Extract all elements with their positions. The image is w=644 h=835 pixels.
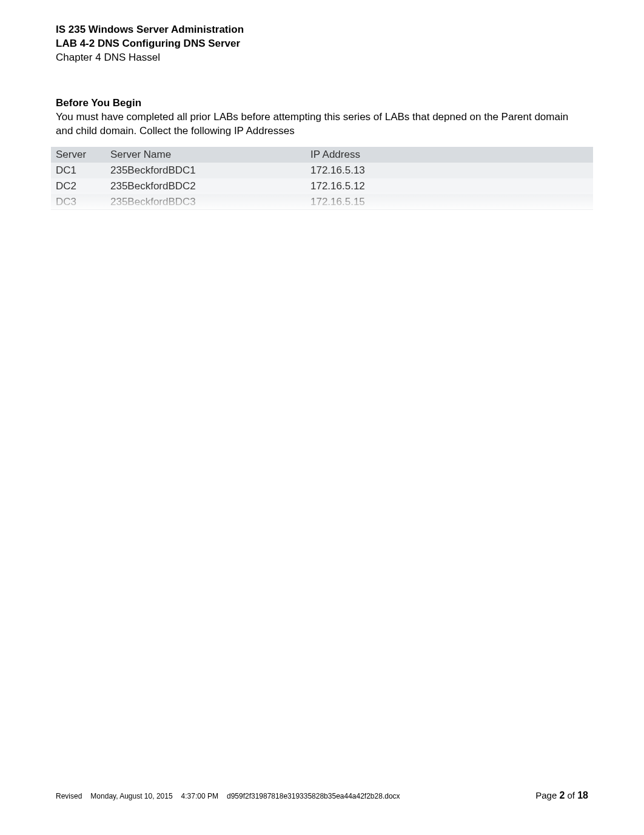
cell-ip: 172.16.5.12: [306, 178, 593, 194]
cell-name: 235BeckfordBDC1: [106, 163, 306, 178]
lab-title: LAB 4-2 DNS Configuring DNS Server: [56, 37, 588, 51]
filename: d959f2f31987818e319335828b35ea44a42f2b28…: [227, 792, 400, 800]
cell-ip: 172.16.5.15: [306, 194, 593, 210]
page-total: 18: [577, 790, 588, 800]
table-row: DC1 235BeckfordBDC1 172.16.5.13: [51, 163, 593, 178]
col-header-server: Server: [51, 147, 106, 163]
col-header-name: Server Name: [106, 147, 306, 163]
cell-ip: 172.16.5.13: [306, 163, 593, 178]
revised-label: Revised: [56, 792, 82, 800]
cell-name: 235BeckfordBDC2: [106, 178, 306, 194]
section-heading: Before You Begin: [56, 96, 588, 110]
table-row: DC3 235BeckfordBDC3 172.16.5.15: [51, 194, 593, 210]
table-header-row: Server Server Name IP Address: [51, 147, 593, 163]
course-title: IS 235 Windows Server Administration: [56, 23, 588, 37]
cell-server: DC1: [51, 163, 106, 178]
page-label-prefix: Page: [535, 790, 559, 800]
page-of: of: [565, 790, 577, 800]
page-current: 2: [559, 790, 565, 800]
chapter-title: Chapter 4 DNS Hassel: [56, 51, 588, 65]
cell-server: DC3: [51, 194, 106, 210]
revised-time: 4:37:00 PM: [181, 792, 218, 800]
revised-date: Monday, August 10, 2015: [90, 792, 172, 800]
cell-name: 235BeckfordBDC3: [106, 194, 306, 210]
col-header-ip: IP Address: [306, 147, 593, 163]
cell-server: DC2: [51, 178, 106, 194]
table-row: DC2 235BeckfordBDC2 172.16.5.12: [51, 178, 593, 194]
footer-left: Revised Monday, August 10, 2015 4:37:00 …: [56, 792, 400, 800]
server-table: Server Server Name IP Address DC1 235Bec…: [51, 147, 593, 210]
section-body: You must have completed all prior LABs b…: [56, 110, 588, 138]
page-footer: Revised Monday, August 10, 2015 4:37:00 …: [0, 790, 644, 801]
page-indicator: Page 2 of 18: [535, 790, 588, 801]
